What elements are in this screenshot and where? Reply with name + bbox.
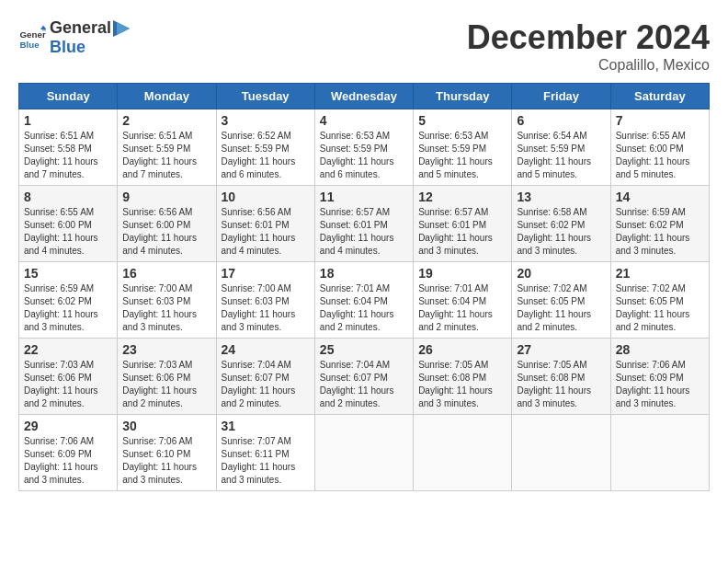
svg-text:General: General <box>20 29 47 40</box>
calendar-cell: 18 Sunrise: 7:01 AM Sunset: 6:04 PM Dayl… <box>314 262 413 339</box>
calendar-cell: 27 Sunrise: 7:05 AM Sunset: 6:08 PM Dayl… <box>512 339 610 415</box>
calendar-cell <box>314 415 413 491</box>
day-number: 30 <box>122 419 210 433</box>
calendar-header-sunday: Sunday <box>19 84 118 109</box>
header: General Blue General Blue December 2024 … <box>18 18 710 74</box>
day-number: 20 <box>517 266 605 281</box>
day-info: Sunrise: 7:00 AM Sunset: 6:03 PM Dayligh… <box>222 282 310 334</box>
calendar-cell: 6 Sunrise: 6:54 AM Sunset: 5:59 PM Dayli… <box>512 109 610 186</box>
day-number: 29 <box>24 419 112 433</box>
day-info: Sunrise: 6:52 AM Sunset: 5:59 PM Dayligh… <box>222 130 310 181</box>
calendar-cell <box>610 415 709 491</box>
svg-marker-5 <box>117 22 130 35</box>
month-title: December 2024 <box>467 18 710 57</box>
day-info: Sunrise: 6:57 AM Sunset: 6:01 PM Dayligh… <box>418 206 506 258</box>
day-number: 8 <box>24 190 112 204</box>
day-number: 19 <box>418 266 506 281</box>
day-info: Sunrise: 7:00 AM Sunset: 6:03 PM Dayligh… <box>122 282 210 334</box>
day-info: Sunrise: 6:51 AM Sunset: 5:59 PM Dayligh… <box>122 130 210 181</box>
day-info: Sunrise: 6:58 AM Sunset: 6:02 PM Dayligh… <box>517 206 605 258</box>
day-info: Sunrise: 7:06 AM Sunset: 6:09 PM Dayligh… <box>24 435 112 487</box>
day-number: 5 <box>418 113 506 128</box>
calendar-cell: 15 Sunrise: 6:59 AM Sunset: 6:02 PM Dayl… <box>19 262 118 339</box>
calendar-week-row: 15 Sunrise: 6:59 AM Sunset: 6:02 PM Dayl… <box>19 262 710 339</box>
calendar-cell: 13 Sunrise: 6:58 AM Sunset: 6:02 PM Dayl… <box>512 186 610 262</box>
day-info: Sunrise: 7:04 AM Sunset: 6:07 PM Dayligh… <box>222 359 310 410</box>
day-number: 12 <box>418 190 506 204</box>
day-number: 31 <box>222 419 310 433</box>
day-info: Sunrise: 6:56 AM Sunset: 6:01 PM Dayligh… <box>222 206 310 258</box>
calendar-cell: 22 Sunrise: 7:03 AM Sunset: 6:06 PM Dayl… <box>19 339 118 415</box>
calendar-cell: 25 Sunrise: 7:04 AM Sunset: 6:07 PM Dayl… <box>314 339 413 415</box>
day-info: Sunrise: 6:56 AM Sunset: 6:00 PM Dayligh… <box>122 206 210 258</box>
day-info: Sunrise: 7:05 AM Sunset: 6:08 PM Dayligh… <box>418 359 506 410</box>
day-info: Sunrise: 7:02 AM Sunset: 6:05 PM Dayligh… <box>517 282 605 334</box>
logo-text-blue: Blue <box>50 38 85 56</box>
calendar-cell: 23 Sunrise: 7:03 AM Sunset: 6:06 PM Dayl… <box>118 339 216 415</box>
day-number: 11 <box>320 190 408 204</box>
calendar-cell <box>414 415 512 491</box>
day-info: Sunrise: 6:59 AM Sunset: 6:02 PM Dayligh… <box>616 206 704 258</box>
day-number: 26 <box>418 342 506 357</box>
day-info: Sunrise: 6:57 AM Sunset: 6:01 PM Dayligh… <box>320 206 408 258</box>
calendar-header-thursday: Thursday <box>414 84 512 109</box>
calendar-cell: 2 Sunrise: 6:51 AM Sunset: 5:59 PM Dayli… <box>118 109 216 186</box>
day-number: 23 <box>122 342 210 357</box>
calendar-cell: 14 Sunrise: 6:59 AM Sunset: 6:02 PM Dayl… <box>610 186 709 262</box>
day-info: Sunrise: 7:07 AM Sunset: 6:11 PM Dayligh… <box>222 435 310 487</box>
calendar-cell <box>512 415 610 491</box>
calendar-header-saturday: Saturday <box>610 84 709 109</box>
day-info: Sunrise: 6:51 AM Sunset: 5:58 PM Dayligh… <box>24 130 112 181</box>
day-number: 27 <box>517 342 605 357</box>
day-info: Sunrise: 6:55 AM Sunset: 6:00 PM Dayligh… <box>616 130 704 181</box>
day-info: Sunrise: 6:59 AM Sunset: 6:02 PM Dayligh… <box>24 282 112 334</box>
calendar-cell: 17 Sunrise: 7:00 AM Sunset: 6:03 PM Dayl… <box>216 262 314 339</box>
calendar-cell: 21 Sunrise: 7:02 AM Sunset: 6:05 PM Dayl… <box>610 262 709 339</box>
calendar-header-wednesday: Wednesday <box>314 84 413 109</box>
calendar-header-tuesday: Tuesday <box>216 84 314 109</box>
day-number: 16 <box>122 266 210 281</box>
calendar-header-monday: Monday <box>118 84 216 109</box>
calendar-header-friday: Friday <box>512 84 610 109</box>
calendar-cell: 5 Sunrise: 6:53 AM Sunset: 5:59 PM Dayli… <box>414 109 512 186</box>
day-number: 3 <box>222 113 310 128</box>
day-info: Sunrise: 7:03 AM Sunset: 6:06 PM Dayligh… <box>24 359 112 410</box>
calendar-cell: 4 Sunrise: 6:53 AM Sunset: 5:59 PM Dayli… <box>314 109 413 186</box>
calendar-cell: 10 Sunrise: 6:56 AM Sunset: 6:01 PM Dayl… <box>216 186 314 262</box>
day-number: 28 <box>616 342 704 357</box>
day-number: 10 <box>222 190 310 204</box>
calendar-cell: 12 Sunrise: 6:57 AM Sunset: 6:01 PM Dayl… <box>414 186 512 262</box>
day-number: 14 <box>616 190 704 204</box>
calendar-week-row: 22 Sunrise: 7:03 AM Sunset: 6:06 PM Dayl… <box>19 339 710 415</box>
calendar-cell: 31 Sunrise: 7:07 AM Sunset: 6:11 PM Dayl… <box>216 415 314 491</box>
calendar-cell: 19 Sunrise: 7:01 AM Sunset: 6:04 PM Dayl… <box>414 262 512 339</box>
day-info: Sunrise: 7:02 AM Sunset: 6:05 PM Dayligh… <box>616 282 704 334</box>
day-info: Sunrise: 6:53 AM Sunset: 5:59 PM Dayligh… <box>320 130 408 181</box>
svg-text:Blue: Blue <box>20 40 40 50</box>
day-info: Sunrise: 7:04 AM Sunset: 6:07 PM Dayligh… <box>320 359 408 410</box>
day-number: 24 <box>222 342 310 357</box>
calendar-cell: 7 Sunrise: 6:55 AM Sunset: 6:00 PM Dayli… <box>610 109 709 186</box>
calendar-cell: 26 Sunrise: 7:05 AM Sunset: 6:08 PM Dayl… <box>414 339 512 415</box>
calendar-cell: 24 Sunrise: 7:04 AM Sunset: 6:07 PM Dayl… <box>216 339 314 415</box>
calendar-cell: 9 Sunrise: 6:56 AM Sunset: 6:00 PM Dayli… <box>118 186 216 262</box>
day-info: Sunrise: 7:01 AM Sunset: 6:04 PM Dayligh… <box>418 282 506 334</box>
day-info: Sunrise: 7:06 AM Sunset: 6:10 PM Dayligh… <box>122 435 210 487</box>
calendar-week-row: 8 Sunrise: 6:55 AM Sunset: 6:00 PM Dayli… <box>19 186 710 262</box>
calendar-cell: 28 Sunrise: 7:06 AM Sunset: 6:09 PM Dayl… <box>610 339 709 415</box>
day-number: 25 <box>320 342 408 357</box>
calendar-cell: 1 Sunrise: 6:51 AM Sunset: 5:58 PM Dayli… <box>19 109 118 186</box>
calendar-cell: 29 Sunrise: 7:06 AM Sunset: 6:09 PM Dayl… <box>19 415 118 491</box>
day-info: Sunrise: 6:54 AM Sunset: 5:59 PM Dayligh… <box>517 130 605 181</box>
calendar-cell: 8 Sunrise: 6:55 AM Sunset: 6:00 PM Dayli… <box>19 186 118 262</box>
title-area: December 2024 Copalillo, Mexico <box>467 18 710 74</box>
day-number: 15 <box>24 266 112 281</box>
calendar-week-row: 29 Sunrise: 7:06 AM Sunset: 6:09 PM Dayl… <box>19 415 710 491</box>
day-number: 17 <box>222 266 310 281</box>
day-info: Sunrise: 7:05 AM Sunset: 6:08 PM Dayligh… <box>517 359 605 410</box>
calendar-table: SundayMondayTuesdayWednesdayThursdayFrid… <box>18 83 710 491</box>
day-info: Sunrise: 7:03 AM Sunset: 6:06 PM Dayligh… <box>122 359 210 410</box>
logo-text-general: General <box>50 18 111 38</box>
day-number: 13 <box>517 190 605 204</box>
day-number: 4 <box>320 113 408 128</box>
